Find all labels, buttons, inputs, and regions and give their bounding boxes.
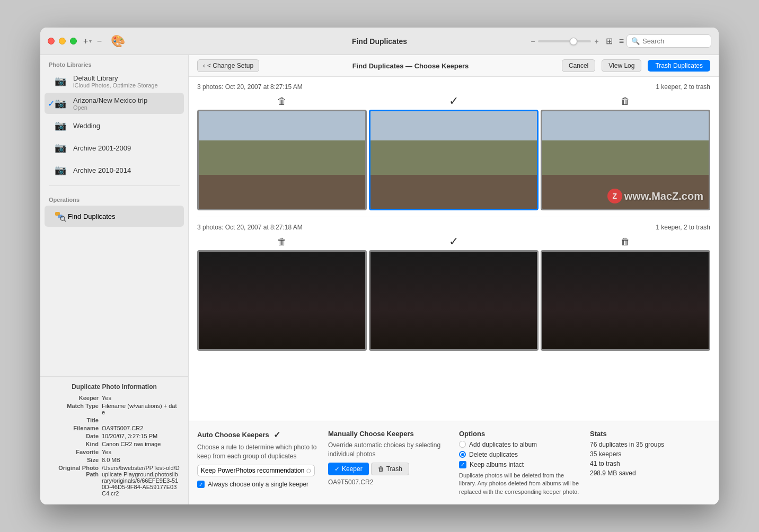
change-setup-button[interactable]: ‹ < Change Setup <box>197 59 259 72</box>
zoom-in-icon[interactable]: + <box>594 37 598 46</box>
add-to-album-radio[interactable] <box>459 441 466 448</box>
photo-frame-1-2[interactable] <box>369 110 539 210</box>
zoom-out-icon[interactable]: − <box>531 37 535 46</box>
zoom-slider[interactable] <box>538 40 591 42</box>
photo-frame-1-3[interactable]: Z www.MacZ.com <box>541 110 710 210</box>
keep-albums-label: Keep albums intact <box>470 461 524 468</box>
info-label-path: Original Photo Path <box>49 465 102 496</box>
keep-albums-checkbox-row[interactable]: ✓ Keep albums intact <box>459 461 579 468</box>
wedding-library-icon: 📷 <box>53 118 68 133</box>
dropdown-label: Keep PowerPhotos recommendation <box>201 467 304 474</box>
photo-2-1-icon-row: 🗑 <box>277 235 287 248</box>
watermark: Z www.MacZ.com <box>607 189 703 203</box>
photo-frame-2-3[interactable] <box>541 250 710 351</box>
find-duplicates-icon <box>53 209 68 224</box>
trash-button[interactable]: 🗑 Trash <box>371 463 409 475</box>
options-description: Duplicate photos will be deleted from th… <box>459 472 579 496</box>
operations-label: Operations <box>40 190 188 205</box>
selected-filename: OA9T5007.CR2 <box>328 478 448 486</box>
info-label-date: Date <box>49 433 102 439</box>
archive-2001-icon: 📷 <box>53 140 68 155</box>
info-value-kind: Canon CR2 raw image <box>102 441 180 447</box>
default-library-icon: 📷 <box>53 74 68 88</box>
info-label-filename: Filename <box>49 425 102 431</box>
list-view-button[interactable]: ≡ <box>616 34 626 48</box>
single-keeper-checkbox-row[interactable]: ✓ Always choose only a single keeper <box>197 481 317 488</box>
duplicate-group-1: 3 photos: Oct 20, 2007 at 8:27:15 AM 1 k… <box>189 77 719 210</box>
sidebar-item-archive-2010[interactable]: 📷 Archive 2010-2014 <box>45 159 184 181</box>
photo-frame-2-1[interactable] <box>197 250 367 351</box>
single-keeper-checkbox[interactable]: ✓ <box>197 481 205 488</box>
group-1-keeper: 1 keeper, 2 to trash <box>656 83 710 91</box>
dropdown-row: Keep PowerPhotos recommendation ⬡ <box>197 465 317 476</box>
group-1-photo-row: 🗑 ✓ <box>197 95 710 210</box>
search-box[interactable]: 🔍 <box>626 34 711 48</box>
group-2-keeper: 1 keeper, 2 to trash <box>656 224 710 231</box>
photo-frame-1-1[interactable] <box>197 110 367 210</box>
add-button[interactable]: + ▾ <box>83 37 92 46</box>
active-checkmark-icon: ✓ <box>48 99 55 109</box>
manually-choose-title: Manually Choose Keepers <box>328 430 448 438</box>
sidebar-item-wedding[interactable]: 📷 Wedding <box>45 115 184 136</box>
view-log-button[interactable]: View Log <box>602 59 641 72</box>
auto-choose-description: Choose a rule to determine which photo t… <box>197 443 317 461</box>
find-duplicates-label: Find Duplicates <box>68 212 116 220</box>
close-button[interactable] <box>48 38 55 45</box>
delete-duplicates-label: Delete duplicates <box>469 451 518 458</box>
search-input[interactable] <box>642 37 707 45</box>
info-row-kind: Kind Canon CR2 raw image <box>49 441 180 447</box>
group-2-header: 3 photos: Oct 20, 2007 at 8:27:18 AM 1 k… <box>197 224 710 231</box>
cancel-button[interactable]: Cancel <box>562 59 595 72</box>
window-title: Find Duplicates <box>352 37 407 46</box>
sidebar-item-arizona[interactable]: ✓ 📷 Arizona/New Mexico trip Open <box>45 93 184 114</box>
manually-choose-section: Manually Choose Keepers Override automat… <box>328 430 448 496</box>
info-value-match-type: Filename (w/variations) + date <box>102 403 180 415</box>
delete-duplicates-radio[interactable] <box>459 451 466 458</box>
keep-albums-checkbox[interactable]: ✓ <box>459 461 466 468</box>
photo-cell-1-3[interactable]: 🗑 Z www.MacZ.com <box>541 95 710 210</box>
trash-bin-icon: 🗑 <box>378 465 384 473</box>
dropdown-chevron-icon: ⬡ <box>306 468 311 474</box>
trash-duplicates-button[interactable]: Trash Duplicates <box>648 60 710 72</box>
main-layout: Photo Libraries 📷 Default Library iCloud… <box>40 55 719 504</box>
svg-line-3 <box>64 220 66 221</box>
info-row-keeper: Keeper Yes <box>49 395 180 401</box>
info-row-filename: Filename OA9T5007.CR2 <box>49 425 180 431</box>
toolbar-title: Find Duplicates — Choose Keepers <box>266 62 555 70</box>
keeper-trash-row: ✓ Keeper 🗑 Trash <box>328 463 448 475</box>
keeper-button[interactable]: ✓ Keeper <box>328 463 369 475</box>
keeper-rule-dropdown[interactable]: Keep PowerPhotos recommendation ⬡ <box>197 465 315 476</box>
photo-2-3-icon-row: 🗑 <box>621 235 630 248</box>
minimize-button[interactable] <box>59 38 66 45</box>
info-label-match-type: Match Type <box>49 403 102 415</box>
photo-cell-1-2[interactable]: ✓ <box>369 95 539 210</box>
add-to-album-radio-row[interactable]: Add duplicates to album <box>459 441 579 448</box>
sidebar-item-find-duplicates[interactable]: Find Duplicates <box>45 206 184 227</box>
photo-cell-2-1[interactable]: 🗑 <box>197 235 367 351</box>
trash-icon-1-1: 🗑 <box>277 96 287 107</box>
duplicate-group-2: 3 photos: Oct 20, 2007 at 8:27:18 AM 1 k… <box>189 217 719 351</box>
archive-2001-name: Archive 2001-2009 <box>73 144 175 152</box>
photo-frame-2-2[interactable] <box>369 250 539 351</box>
watermark-text: www.MacZ.com <box>624 190 703 202</box>
fullscreen-button[interactable] <box>70 38 77 45</box>
photo-cell-2-3[interactable]: 🗑 <box>541 235 710 351</box>
change-setup-chevron-icon: ‹ <box>203 62 205 69</box>
photo-cell-2-2[interactable]: ✓ <box>369 235 539 351</box>
archive-2010-name: Archive 2010-2014 <box>73 166 175 174</box>
auto-choose-title: Auto Choose Keepers ✓ <box>197 430 317 440</box>
minus-button[interactable]: − <box>92 34 107 49</box>
duplicates-scroll[interactable]: 3 photos: Oct 20, 2007 at 8:27:15 AM 1 k… <box>189 77 719 421</box>
group-2-photo-row: 🗑 ✓ <box>197 235 710 351</box>
watermark-logo: Z <box>607 189 622 203</box>
sidebar-item-archive-2001[interactable]: 📷 Archive 2001-2009 <box>45 137 184 158</box>
view-buttons: ⊞ ≡ <box>603 34 626 48</box>
wedding-library-name: Wedding <box>73 122 175 130</box>
sidebar-item-default-library[interactable]: 📷 Default Library iCloud Photos, Optimiz… <box>45 70 184 92</box>
info-panel: Duplicate Photo Information Keeper Yes M… <box>40 376 188 504</box>
info-panel-title: Duplicate Photo Information <box>49 383 180 391</box>
delete-duplicates-radio-row[interactable]: Delete duplicates <box>459 451 579 458</box>
photo-2-2-icon-row: ✓ <box>449 235 458 248</box>
photo-cell-1-1[interactable]: 🗑 <box>197 95 367 210</box>
grid-view-button[interactable]: ⊞ <box>603 34 615 48</box>
